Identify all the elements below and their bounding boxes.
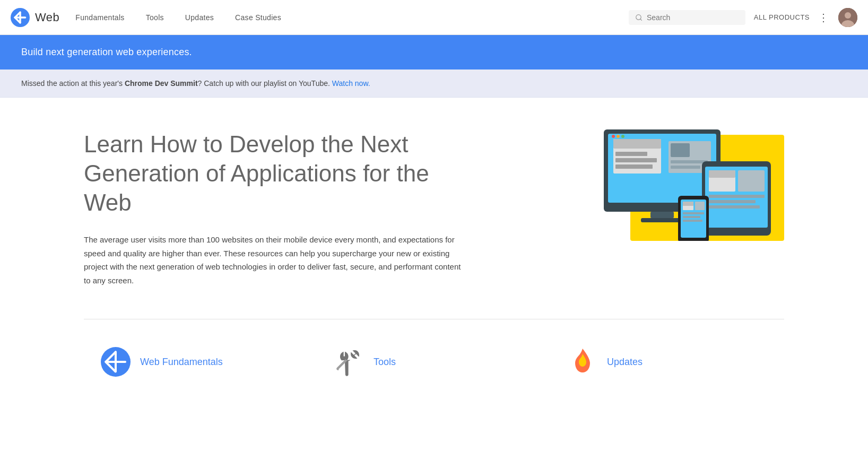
logo-icon xyxy=(11,8,30,27)
more-options-icon[interactable]: ⋮ xyxy=(818,11,830,24)
svg-rect-36 xyxy=(695,202,705,210)
nav-tools[interactable]: Tools xyxy=(146,13,164,22)
card-updates-label: Updates xyxy=(607,357,643,368)
card-tools-label: Tools xyxy=(374,357,396,368)
svg-line-6 xyxy=(640,19,642,20)
card-tools[interactable]: Tools xyxy=(317,335,551,388)
hero-section: Learn How to Develop the Next Generation… xyxy=(84,129,784,287)
card-web-fundamentals[interactable]: Web Fundamentals xyxy=(84,335,317,388)
announcement-text-before: Missed the action at this year's xyxy=(21,79,125,88)
svg-rect-14 xyxy=(613,139,661,149)
svg-rect-20 xyxy=(671,160,708,163)
main-description: The average user visits more than 100 we… xyxy=(84,233,466,287)
updates-icon xyxy=(567,346,598,378)
svg-rect-15 xyxy=(615,152,647,156)
announcement-bar: Missed the action at this year's Chrome … xyxy=(0,70,868,98)
all-products-button[interactable]: ALL PRODUCTS xyxy=(754,13,810,21)
main-heading: Learn How to Develop the Next Generation… xyxy=(84,129,445,217)
svg-rect-27 xyxy=(709,170,735,178)
svg-rect-45 xyxy=(105,361,126,363)
site-logo[interactable]: Web xyxy=(11,8,59,27)
hero-banner: Build next generation web experiences. xyxy=(0,35,868,70)
hero-illustration xyxy=(588,119,784,243)
svg-rect-35 xyxy=(683,202,693,206)
svg-rect-21 xyxy=(671,166,700,169)
main-header: Web Fundamentals Tools Updates Case Stud… xyxy=(0,0,868,35)
cards-section: Web Fundamentals Tools Updates xyxy=(84,319,784,388)
svg-rect-29 xyxy=(709,195,765,198)
search-icon xyxy=(635,13,643,22)
avatar-image xyxy=(838,8,857,27)
svg-rect-19 xyxy=(671,143,690,157)
svg-rect-23 xyxy=(641,218,683,222)
avatar[interactable] xyxy=(838,8,857,27)
svg-point-40 xyxy=(612,135,615,138)
hero-left: Learn How to Develop the Next Generation… xyxy=(84,129,556,287)
card-updates[interactable]: Updates xyxy=(551,335,784,388)
search-input[interactable] xyxy=(647,13,739,22)
svg-rect-38 xyxy=(683,216,700,218)
search-container[interactable] xyxy=(629,10,745,25)
svg-point-8 xyxy=(845,12,851,19)
main-content: Learn How to Develop the Next Generation… xyxy=(63,98,805,410)
svg-rect-22 xyxy=(650,212,674,218)
svg-point-41 xyxy=(617,135,620,138)
announcement-bold: Chrome Dev Summit xyxy=(125,79,198,88)
nav-updates[interactable]: Updates xyxy=(185,13,214,22)
main-nav: Fundamentals Tools Updates Case Studies xyxy=(75,13,628,22)
svg-rect-16 xyxy=(615,158,657,162)
svg-rect-31 xyxy=(709,205,760,209)
svg-rect-37 xyxy=(683,212,704,214)
tools-icon xyxy=(333,346,365,378)
nav-case-studies[interactable]: Case Studies xyxy=(235,13,281,22)
header-right: ALL PRODUCTS ⋮ xyxy=(629,8,857,27)
nav-fundamentals[interactable]: Fundamentals xyxy=(75,13,124,22)
svg-point-42 xyxy=(621,135,624,138)
svg-rect-39 xyxy=(683,220,702,222)
hero-banner-text: Build next generation web experiences. xyxy=(21,47,847,58)
watch-now-link[interactable]: Watch now. xyxy=(332,79,370,88)
svg-rect-17 xyxy=(615,164,653,169)
svg-rect-30 xyxy=(709,200,756,203)
card-web-fundamentals-label: Web Fundamentals xyxy=(140,357,223,368)
devices-illustration xyxy=(588,119,784,241)
announcement-text-after: ? Catch up with our playlist on YouTube. xyxy=(198,79,332,88)
svg-rect-28 xyxy=(738,170,765,192)
web-fundamentals-icon xyxy=(100,346,132,378)
site-title: Web xyxy=(35,11,59,24)
